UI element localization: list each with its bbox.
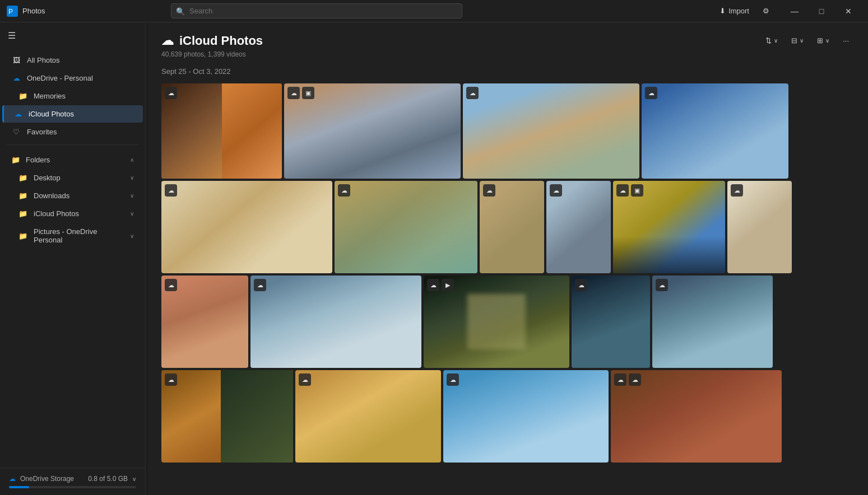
photo-badge: ☁ [645,87,657,99]
window-controls: — □ ✕ [782,2,861,20]
photo-item[interactable]: ☁ [546,181,611,273]
svg-text:P: P [8,8,13,16]
photo-item[interactable]: ☁ [727,181,792,273]
photo-item[interactable]: ☁ [642,83,788,179]
onedrive-label: OneDrive - Personal [27,74,93,82]
photo-item[interactable]: ☁ [161,181,332,273]
photos-icon: 🖼 [11,56,21,64]
folders-section: 📁 Folders ∧ 📁 Desktop ∨ 📁 Downloads ∨ 📁 … [0,151,145,249]
photo-badge: ☁ [287,87,300,99]
photo-badge: ☁ [165,184,177,197]
photo-badge: ☁ [550,184,562,197]
photo-item[interactable]: ☁ [161,370,293,463]
photo-badge2: ☁ [629,373,641,386]
photo-row-2: ☁ ☁ ☁ ☁ [161,181,855,273]
photo-item[interactable]: ☁ [250,275,421,368]
photo-badge: ☁ [338,184,350,197]
photo-thumbnail [250,275,421,368]
sort-chevron: ∨ [774,38,778,44]
onedrive-icon: ☁ [11,74,21,82]
photo-thumbnail [295,370,441,463]
photo-item[interactable]: ☁ [480,181,544,273]
sidebar-divider [7,144,138,145]
photo-badge: ☁ [616,184,629,197]
sidebar-item-icloud-photos[interactable]: ☁ iCloud Photos [2,105,143,123]
photo-item[interactable]: ☁ [463,83,639,179]
storage-chevron: ∨ [132,476,136,482]
filter-button[interactable]: ⊟ ∨ [786,34,809,48]
storage-amount: 0.8 of 5.0 GB [88,475,128,483]
folder-icon: 📁 [18,209,28,218]
hamburger-button[interactable]: ☰ [2,27,21,44]
photo-badge: ☁ [731,184,743,197]
photo-badge: ☁ [483,184,495,197]
folders-label: Folders [26,156,50,164]
folders-header[interactable]: 📁 Folders ∧ [2,151,143,169]
sidebar-item-memories[interactable]: 📁 Memories [2,87,143,105]
photo-thumbnail [161,181,332,273]
folders-chevron: ∧ [130,157,134,163]
sidebar-folder-desktop[interactable]: 📁 Desktop ∨ [2,169,143,186]
photo-badge: ☁ [466,87,479,99]
photo-badge2: ▣ [631,184,643,197]
storage-fill [9,486,29,488]
photo-thumbnail [652,275,773,368]
photo-badge2: ▶ [442,279,454,291]
icloud-page-icon: ☁ [161,34,174,48]
desktop-label: Desktop [34,174,61,182]
photo-item[interactable]: ☁ [161,275,248,368]
folders-header-left: 📁 Folders [11,156,50,164]
close-button[interactable]: ✕ [835,2,861,20]
sidebar-folder-icloud[interactable]: 📁 iCloud Photos ∨ [2,205,143,222]
search-input[interactable] [171,3,462,18]
photo-badge: ☁ [575,279,587,291]
main-content: ☁ iCloud Photos 40,639 photos, 1,399 vid… [148,22,868,495]
storage-label: ☁ OneDrive Storage 0.8 of 5.0 GB ∨ [9,475,136,483]
sidebar-item-favorites[interactable]: ♡ Favorites [2,123,143,141]
photo-item[interactable]: ☁ ▣ [613,181,725,273]
page-subtitle: 40,639 photos, 1,399 videos [161,50,263,58]
maximize-button[interactable]: □ [809,2,834,20]
memories-icon: 📁 [18,92,28,100]
photo-item[interactable]: ☁ [161,83,282,179]
storage-area: ☁ OneDrive Storage 0.8 of 5.0 GB ∨ [0,468,145,495]
more-button[interactable]: ··· [837,34,855,48]
sort-icon: ⇅ [765,36,772,45]
photo-item[interactable]: ☁ [443,370,609,463]
photo-item[interactable]: ☁ [572,275,650,368]
photo-row-3: ☁ ☁ ☁ ▶ ☁ [161,275,855,368]
view-button[interactable]: ⊞ ∨ [811,34,835,48]
import-icon: ⬇ [720,7,726,15]
desktop-chevron: ∨ [130,175,134,181]
folder-group-icon: 📁 [11,156,20,164]
import-button[interactable]: ⬇ Import [714,4,755,18]
photo-thumbnail [463,83,639,179]
sidebar-folder-downloads[interactable]: 📁 Downloads ∨ [2,187,143,204]
photo-thumbnail [443,370,609,463]
photo-item[interactable]: ☁ ▶ [424,275,569,368]
sidebar-nav: 🖼 All Photos ☁ OneDrive - Personal 📁 Mem… [0,51,145,141]
sidebar-item-onedrive[interactable]: ☁ OneDrive - Personal [2,69,143,87]
photo-item[interactable]: ☁ [335,181,477,273]
photo-item[interactable]: ☁ [295,370,441,463]
pictures-chevron: ∨ [130,233,134,239]
photo-badge: ☁ [254,279,266,291]
heart-icon: ♡ [11,128,21,136]
page-header: ☁ iCloud Photos 40,639 photos, 1,399 vid… [161,34,855,58]
memories-label: Memories [34,92,66,100]
downloads-chevron: ∨ [130,193,134,199]
pictures-label: Pictures - OneDrive Personal [34,227,124,244]
titlebar: P Photos 🔍 ⬇ Import ⚙ — □ ✕ [0,0,868,22]
minimize-button[interactable]: — [782,2,807,20]
photo-item[interactable]: ☁ [652,275,773,368]
photo-item[interactable]: ☁ ▣ [284,83,461,179]
storage-name: OneDrive Storage [20,475,74,483]
photo-thumbnail [642,83,788,179]
sort-button[interactable]: ⇅ ∨ [760,34,783,48]
photo-item[interactable]: ☁ ☁ [611,370,782,463]
settings-button[interactable]: ⚙ [757,4,775,18]
photo-badge: ☁ [165,279,177,291]
sidebar-folder-pictures[interactable]: 📁 Pictures - OneDrive Personal ∨ [2,223,143,249]
sidebar-item-all-photos[interactable]: 🖼 All Photos [2,52,143,69]
date-range: Sept 25 - Oct 3, 2022 [161,67,855,76]
